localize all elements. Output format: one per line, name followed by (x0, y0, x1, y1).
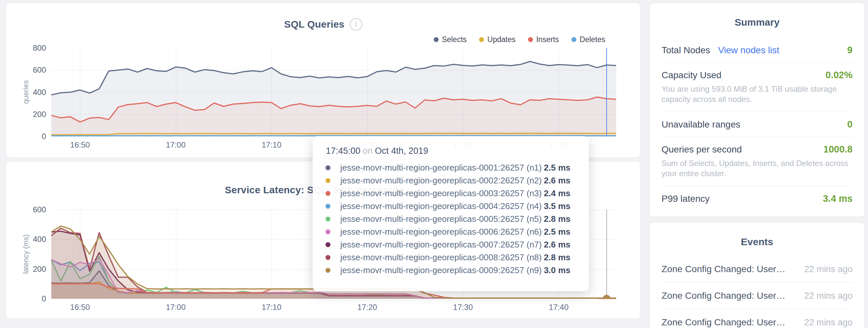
events-rows: Zone Config Changed: User… 22 mins ago Z… (661, 256, 852, 328)
y-axis-tick-label: 600 (33, 65, 46, 75)
tooltip-node-name: jesse-movr-multi-region-georeplicas-0001… (340, 163, 542, 173)
y-axis-tick-label: 400 (33, 235, 46, 244)
tooltip-node-name: jesse-movr-multi-region-georeplicas-0002… (340, 175, 542, 186)
legend-dot-icon (479, 37, 484, 42)
event-timestamp: 22 mins ago (804, 264, 852, 274)
p99-latency-label: P99 latency (661, 194, 710, 204)
y-axis-unit-label: queries (22, 80, 30, 104)
tooltip-series-dot-icon (326, 178, 331, 183)
legend-dot-icon (434, 37, 439, 42)
capacity-used-label: Capacity Used (661, 70, 721, 80)
queries-per-second-label: Queries per second (661, 144, 742, 155)
legend-label: Selects (442, 35, 467, 44)
event-timestamp: 22 mins ago (804, 291, 852, 301)
sql-queries-chart-panel: SQL Queries i SelectsUpdatesInsertsDelet… (6, 3, 641, 158)
y-axis-tick-label: 600 (33, 205, 46, 214)
tooltip-latency-value: 3.0 ms (544, 265, 570, 275)
summary-row-total-nodes: Total Nodes View nodes list 9 (661, 38, 852, 63)
capacity-used-subtext: You are using 593.0 MiB of 3.1 TiB usabl… (661, 84, 852, 104)
x-axis-tick-label: 17:10 (262, 140, 281, 150)
y-axis-tick-label: 0 (42, 132, 46, 141)
tooltip-date: Oct 4th, 2019 (375, 146, 428, 156)
chart-crosshair-line (606, 48, 607, 136)
chart-series-svg (51, 48, 616, 136)
tooltip-on-word: on (363, 146, 373, 156)
sql-queries-title-row: SQL Queries i (6, 18, 640, 31)
event-row[interactable]: Zone Config Changed: User… 22 mins ago (661, 309, 852, 328)
y-axis-tick-label: 800 (33, 43, 46, 53)
tooltip-row: jesse-movr-multi-region-georeplicas-0007… (313, 238, 589, 251)
sql-queries-plot-area[interactable]: 16:5017:0017:1017:2017:3017:408006004002… (51, 48, 616, 136)
legend-label: Inserts (536, 35, 559, 44)
legend-item-selects: Selects (434, 35, 467, 44)
x-axis-tick-label: 17:20 (358, 303, 377, 312)
chart-crosshair-line (606, 210, 607, 299)
tooltip-node-name: jesse-movr-multi-region-georeplicas-0006… (340, 227, 542, 237)
y-axis-tick-label: 200 (33, 110, 46, 119)
sql-queries-chart-title: SQL Queries (284, 19, 344, 30)
tooltip-time: 17:45:00 (326, 146, 360, 156)
tooltip-row: jesse-movr-multi-region-georeplicas-0001… (313, 161, 589, 174)
queries-per-second-subtext: Sum of Selects, Updates, Inserts, and De… (661, 158, 852, 178)
summary-panel: Summary Total Nodes View nodes list 9 Ca… (649, 3, 865, 217)
tooltip-series-dot-icon (326, 165, 331, 170)
tooltip-row: jesse-movr-multi-region-georeplicas-0005… (313, 212, 589, 226)
tooltip-latency-value: 2.5 ms (544, 227, 570, 237)
events-panel: Events Zone Config Changed: User… 22 min… (649, 222, 865, 328)
tooltip-latency-value: 2.4 ms (544, 188, 570, 198)
total-nodes-label: Total Nodes (661, 45, 710, 56)
tooltip-node-name: jesse-movr-multi-region-georeplicas-0003… (340, 188, 542, 198)
events-panel-title: Events (650, 236, 864, 248)
event-row[interactable]: Zone Config Changed: User… 22 mins ago (661, 256, 852, 283)
queries-per-second-value: 1000.8 (823, 144, 852, 155)
tooltip-latency-value: 2.6 ms (544, 175, 570, 186)
tooltip-series-dot-icon (326, 242, 331, 247)
info-icon[interactable]: i (350, 18, 362, 31)
legend-label: Deletes (580, 35, 605, 44)
legend-dot-icon (528, 37, 533, 42)
unavailable-ranges-value: 0 (847, 119, 852, 130)
x-axis-tick-label: 16:50 (70, 303, 90, 312)
tooltip-series-dot-icon (326, 255, 331, 260)
p99-latency-value: 3.4 ms (823, 193, 852, 204)
legend-item-updates: Updates (479, 35, 516, 44)
event-label: Zone Config Changed: User… (661, 264, 785, 274)
tooltip-row: jesse-movr-multi-region-georeplicas-0009… (313, 264, 589, 277)
y-axis-tick-label: 0 (42, 294, 46, 303)
event-label: Zone Config Changed: User… (661, 291, 785, 301)
summary-row-p99-latency: P99 latency 3.4 ms (661, 186, 852, 211)
tooltip-series-dot-icon (326, 229, 331, 234)
summary-row-unavailable-ranges: Unavailable ranges 0 (661, 112, 852, 137)
tooltip-row: jesse-movr-multi-region-georeplicas-0006… (313, 226, 589, 238)
tooltip-node-name: jesse-movr-multi-region-georeplicas-0005… (340, 214, 542, 224)
tooltip-timestamp: 17:45:00onOct 4th, 2019 (326, 146, 589, 156)
x-axis-tick-label: 17:30 (453, 303, 473, 312)
tooltip-node-name: jesse-movr-multi-region-georeplicas-0007… (340, 239, 542, 250)
tooltip-row: jesse-movr-multi-region-georeplicas-0003… (313, 187, 589, 200)
tooltip-row: jesse-movr-multi-region-georeplicas-0004… (313, 200, 589, 212)
summary-rows: Total Nodes View nodes list 9 Capacity U… (661, 38, 852, 211)
tooltip-latency-value: 3.5 ms (544, 201, 570, 211)
tooltip-node-name: jesse-movr-multi-region-georeplicas-0004… (340, 201, 542, 211)
event-row[interactable]: Zone Config Changed: User… 22 mins ago (661, 283, 852, 309)
tooltip-row: jesse-movr-multi-region-georeplicas-0008… (313, 251, 589, 264)
summary-panel-title: Summary (650, 17, 864, 28)
tooltip-latency-value: 2.5 ms (544, 163, 570, 173)
total-nodes-value: 9 (847, 45, 852, 56)
chart-hover-tooltip: 17:45:00onOct 4th, 2019 jesse-movr-multi… (313, 136, 589, 291)
x-axis-tick-label: 17:00 (166, 303, 186, 312)
x-axis-tick-label: 17:00 (166, 140, 186, 150)
view-nodes-list-link[interactable]: View nodes list (718, 45, 779, 56)
tooltip-node-name: jesse-movr-multi-region-georeplicas-0008… (340, 253, 542, 263)
sql-queries-legend: SelectsUpdatesInsertsDeletes (434, 35, 605, 44)
y-axis-tick-label: 200 (33, 265, 46, 274)
x-axis-tick-label: 17:10 (262, 303, 281, 312)
tooltip-row: jesse-movr-multi-region-georeplicas-0002… (313, 174, 589, 187)
x-axis-tick-label: 17:40 (549, 303, 568, 312)
x-axis-tick-label: 16:50 (70, 140, 90, 150)
unavailable-ranges-label: Unavailable ranges (661, 119, 740, 130)
y-axis-tick-label: 400 (33, 88, 46, 97)
event-label: Zone Config Changed: User… (661, 317, 785, 328)
capacity-used-value: 0.02% (826, 70, 852, 80)
tooltip-latency-value: 2.8 ms (544, 214, 570, 224)
